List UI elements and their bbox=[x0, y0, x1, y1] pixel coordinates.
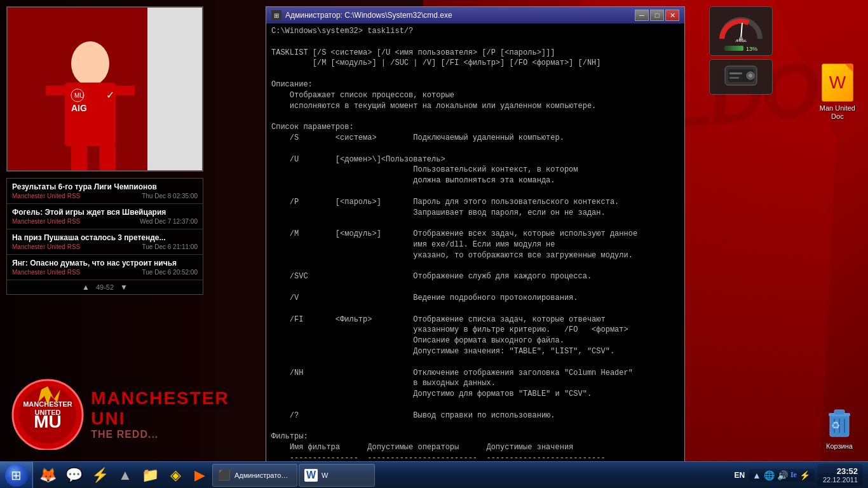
news-item-4[interactable]: Янг: Опасно думать, что нас устроит ничь… bbox=[7, 255, 203, 280]
recycle-bin-image: ♻ bbox=[824, 405, 855, 440]
svg-rect-28 bbox=[729, 72, 742, 74]
news-date-4: Tue Dec 6 20:52:00 bbox=[142, 269, 198, 276]
taskbar-app-lightning[interactable]: ⚡ bbox=[88, 464, 112, 487]
mu-doc-icon-image: W bbox=[822, 64, 853, 102]
cmd-title-icon: ⊞ bbox=[271, 10, 281, 20]
news-prev-btn[interactable]: ▲ bbox=[82, 283, 90, 292]
news-next-btn[interactable]: ▼ bbox=[120, 283, 128, 292]
cpu-gauge-container: 45% 13% bbox=[709, 6, 773, 56]
clock-time-display: 23:52 bbox=[823, 466, 858, 476]
language-indicator[interactable]: EN bbox=[734, 471, 745, 480]
tray-power-icon[interactable]: ⚡ bbox=[799, 470, 810, 480]
system-clock[interactable]: 23:52 22.12.2011 bbox=[818, 464, 863, 486]
news-title-4: Янг: Опасно думать, что нас устроит ничь… bbox=[12, 259, 198, 268]
tray-network-icon[interactable]: 🌐 bbox=[764, 470, 775, 480]
cmd-content: C:\Windows\system32> tasklist/? TASKLIST… bbox=[266, 24, 684, 466]
news-title-1: Результаты 6-го тура Лиги Чемпионов bbox=[12, 182, 198, 191]
svg-rect-9 bbox=[116, 86, 135, 95]
word-taskbar-label: W bbox=[322, 471, 328, 479]
mu-doc-desktop-icon[interactable]: W Man UnitedDoc bbox=[820, 64, 855, 121]
photo-inner: AIG ✓ GIGGS MU bbox=[8, 8, 202, 170]
svg-rect-5 bbox=[100, 146, 116, 172]
cmd-taskbar-label: Администратор: C:\... bbox=[234, 471, 292, 479]
cmd-window: ⊞ Администратор: C:\Windows\System32\cmd… bbox=[266, 6, 685, 467]
news-source-3: Manchester United RSS bbox=[12, 243, 80, 250]
tray-ie-icon[interactable]: Ie bbox=[790, 470, 797, 480]
cmd-minimize-btn[interactable]: ─ bbox=[635, 10, 649, 21]
svg-rect-8 bbox=[46, 86, 65, 95]
news-item-3[interactable]: На приз Пушкаша осталось 3 претенде... M… bbox=[7, 229, 203, 255]
mu-name-text: MANCHESTER UNI bbox=[91, 388, 261, 429]
news-navigation: ▲ 49-52 ▼ bbox=[7, 280, 203, 294]
svg-text:AIG: AIG bbox=[71, 103, 87, 113]
news-title-3: На приз Пушкаша осталось 3 претенде... bbox=[12, 233, 198, 242]
taskbar-word-active[interactable]: W W bbox=[299, 464, 375, 487]
player-photo-widget: AIG ✓ GIGGS MU bbox=[6, 6, 203, 172]
svg-text:MU: MU bbox=[74, 92, 85, 99]
doc-fold bbox=[845, 64, 853, 72]
cmd-titlebar: ⊞ Администратор: C:\Windows\System32\cmd… bbox=[266, 7, 684, 24]
desktop: G.RONALDO bbox=[0, 0, 868, 488]
media-icon: ▶ bbox=[194, 467, 205, 484]
taskbar-explorer[interactable]: 📁 bbox=[138, 464, 163, 487]
lightning-icon: ⚡ bbox=[92, 467, 109, 484]
triangle-icon: ▲ bbox=[118, 467, 132, 484]
start-button[interactable]: ⊞ bbox=[0, 462, 33, 489]
hdd-icon-svg bbox=[722, 63, 760, 88]
cmd-title-text: Администратор: C:\Windows\System32\cmd.e… bbox=[285, 11, 635, 20]
taskbar-cmd-active[interactable]: ⬛ Администратор: C:\... bbox=[212, 464, 297, 487]
tray-speaker-icon[interactable]: 🔊 bbox=[777, 470, 788, 480]
player-figure-svg: AIG ✓ GIGGS MU bbox=[8, 6, 202, 172]
news-meta-4: Manchester United RSS Tue Dec 6 20:52:00 bbox=[12, 269, 198, 276]
word-taskbar-icon: W bbox=[304, 469, 318, 482]
svg-rect-4 bbox=[71, 146, 87, 172]
cmd-close-btn[interactable]: ✕ bbox=[665, 10, 679, 21]
doc-mu-symbol: W bbox=[829, 72, 846, 93]
news-count: 49-52 bbox=[96, 283, 114, 291]
taskbar-apps-area: 🦊 💬 ⚡ ▲ 📁 ◈ ▶ bbox=[33, 462, 377, 488]
system-tray: ▲ 🌐 🔊 Ie ⚡ bbox=[749, 469, 814, 482]
recycle-bin-label: Корзина bbox=[824, 442, 855, 450]
svg-rect-32 bbox=[834, 410, 844, 415]
news-source-2: Manchester United RSS bbox=[12, 218, 80, 225]
hdd-gauge-container bbox=[709, 59, 773, 95]
windows-logo-icon: ⊞ bbox=[11, 468, 22, 483]
cmd-maximize-btn[interactable]: □ bbox=[650, 10, 664, 21]
recycle-bin-svg: ♻ bbox=[824, 405, 855, 440]
mu-doc-icon-label: Man UnitedDoc bbox=[820, 104, 855, 121]
yellow-app-icon: ◈ bbox=[170, 467, 181, 484]
cpu-gauge-svg: 45% bbox=[715, 10, 766, 42]
news-source-4: Manchester United RSS bbox=[12, 269, 80, 276]
taskbar-app-yellow[interactable]: ◈ bbox=[164, 464, 187, 487]
news-meta-2: Manchester United RSS Wed Dec 7 12:37:00 bbox=[12, 218, 198, 225]
svg-point-27 bbox=[749, 74, 752, 78]
svg-text:45%: 45% bbox=[735, 38, 747, 42]
news-widget: Результаты 6-го тура Лиги Чемпионов Manc… bbox=[6, 178, 203, 295]
taskbar-app-triangle[interactable]: ▲ bbox=[114, 464, 137, 487]
svg-point-2 bbox=[71, 41, 109, 86]
news-title-2: Фогель: Этой игры ждет вся Швейцария bbox=[12, 208, 198, 217]
svg-text:✓: ✓ bbox=[106, 90, 114, 100]
news-date-2: Wed Dec 7 12:37:00 bbox=[140, 218, 198, 225]
news-date-3: Tue Dec 6 21:11:00 bbox=[142, 243, 198, 250]
system-gauges-widget: 45% 13% bbox=[709, 6, 773, 98]
taskbar: ⊞ 🦊 💬 ⚡ ▲ 📁 bbox=[0, 461, 868, 488]
svg-rect-1 bbox=[147, 6, 202, 172]
cpu-value-label: 13% bbox=[746, 46, 757, 52]
svg-rect-29 bbox=[729, 77, 739, 79]
tray-arrow-icon[interactable]: ▲ bbox=[752, 470, 761, 480]
news-item-2[interactable]: Фогель: Этой игры ждет вся Швейцария Man… bbox=[7, 204, 203, 229]
news-item-1[interactable]: Результаты 6-го тура Лиги Чемпионов Manc… bbox=[7, 179, 203, 204]
svg-text:♻: ♻ bbox=[831, 420, 840, 431]
taskbar-firefox[interactable]: 🦊 bbox=[36, 464, 60, 487]
svg-text:MU: MU bbox=[34, 412, 62, 431]
left-panel: AIG ✓ GIGGS MU Результаты 6-го тура Лиги… bbox=[6, 6, 235, 295]
news-date-1: Thu Dec 8 02:35:00 bbox=[142, 193, 198, 200]
svg-line-21 bbox=[741, 23, 742, 39]
cmd-taskbar-icon: ⬛ bbox=[218, 469, 231, 481]
clock-date-display: 22.12.2011 bbox=[823, 476, 858, 484]
taskbar-skype[interactable]: 💬 bbox=[62, 464, 86, 487]
news-meta-3: Manchester United RSS Tue Dec 6 21:11:00 bbox=[12, 243, 198, 250]
recycle-bin-icon[interactable]: ♻ Корзина bbox=[824, 405, 855, 450]
taskbar-media-player[interactable]: ▶ bbox=[188, 464, 211, 487]
